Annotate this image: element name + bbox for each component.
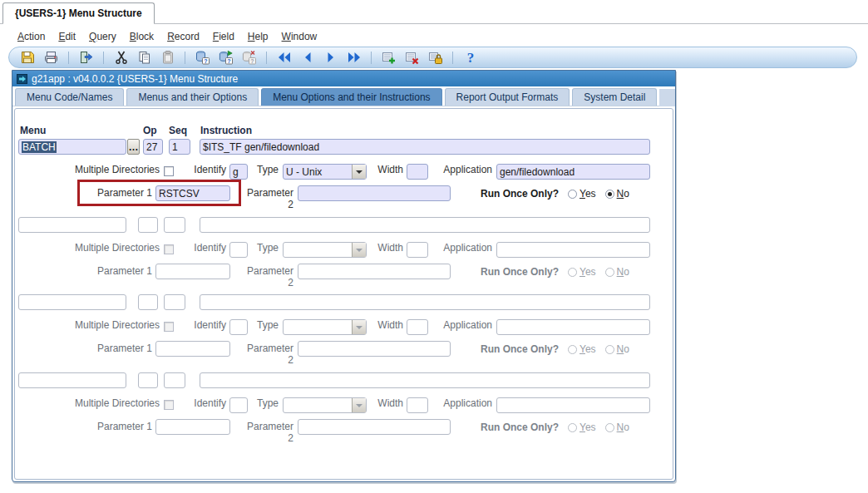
multiple-directories-checkbox[interactable] [164, 166, 174, 176]
menu-window[interactable]: Window [282, 31, 318, 42]
help-icon[interactable]: ? [461, 50, 479, 65]
application-field[interactable] [496, 319, 650, 335]
window-menu-icon[interactable] [17, 74, 27, 84]
tab-system-detail[interactable]: System Detail [572, 88, 657, 106]
instruction-field[interactable] [200, 294, 650, 310]
width-label: Width [374, 319, 403, 331]
instruction-field[interactable] [200, 372, 650, 388]
run-once-yes-radio[interactable]: Yes [568, 266, 596, 278]
insert-record-icon[interactable] [380, 50, 397, 65]
parameter1-field[interactable] [155, 419, 230, 435]
menu-record[interactable]: Record [167, 31, 200, 42]
multiple-directories-label: Multiple Directories [0, 164, 160, 175]
run-once-yes-radio[interactable]: Yes [568, 422, 596, 433]
parameter2-field[interactable] [298, 419, 451, 435]
toolbar-separator [452, 52, 453, 64]
multiple-directories-checkbox[interactable] [164, 322, 174, 332]
type-dropdown[interactable] [283, 397, 367, 413]
menu-field[interactable]: Field [213, 31, 234, 42]
menu-edit[interactable]: Edit [58, 31, 76, 42]
run-once-yes-radio[interactable]: Yes [568, 188, 596, 200]
type-dropdown[interactable] [283, 319, 367, 335]
run-once-no-radio[interactable]: No [605, 266, 629, 278]
run-once-no-radio[interactable]: No [605, 422, 629, 433]
cancel-query-icon[interactable]: ? [240, 50, 258, 65]
width-field[interactable] [407, 319, 428, 335]
multiple-directories-checkbox[interactable] [164, 400, 174, 410]
type-dropdown-button[interactable] [352, 398, 366, 412]
parameter2-field[interactable] [298, 341, 451, 357]
run-once-no-radio[interactable]: No [605, 343, 629, 355]
type-dropdown-button[interactable] [352, 165, 366, 179]
application-root: {USERS-1} Menu Structure Action Edit Que… [0, 0, 868, 493]
lock-record-icon[interactable] [427, 50, 444, 65]
seq-field[interactable] [164, 217, 185, 233]
record-3: Multiple Directories Identify Type Width… [0, 294, 676, 374]
seq-field[interactable] [164, 294, 185, 310]
execute-query-icon[interactable]: ? [217, 50, 234, 65]
radio-icon [568, 268, 577, 277]
parameter2-field[interactable] [298, 264, 451, 279]
width-field[interactable] [407, 397, 428, 413]
tab-report-output-formats[interactable]: Report Output Formats [445, 88, 570, 106]
tab-menus-and-their-options[interactable]: Menus and their Options [126, 88, 259, 106]
width-field[interactable] [407, 164, 428, 180]
parameter1-field[interactable] [155, 341, 230, 357]
type-dropdown-button[interactable] [352, 243, 366, 257]
menu-query[interactable]: Query [89, 31, 116, 42]
copy-icon[interactable] [136, 50, 153, 65]
type-dropdown[interactable]: U - Unix [283, 164, 367, 180]
page-tab[interactable]: {USERS-1} Menu Structure [2, 2, 155, 24]
menu-field[interactable]: BATCH [18, 139, 126, 155]
parameter1-field[interactable]: RSTCSV [155, 185, 230, 201]
cut-icon[interactable] [112, 50, 130, 65]
identify-label: Identify [175, 397, 226, 409]
parameter1-field[interactable] [155, 264, 230, 279]
menu-field[interactable] [18, 217, 126, 233]
multiple-directories-checkbox[interactable] [164, 244, 174, 254]
width-label: Width [374, 164, 403, 175]
instruction-field[interactable] [200, 217, 650, 233]
first-record-icon[interactable] [275, 50, 293, 65]
exit-icon[interactable] [77, 50, 95, 65]
identify-field[interactable] [229, 319, 248, 335]
type-dropdown-button[interactable] [352, 320, 366, 334]
next-record-icon[interactable] [322, 50, 339, 65]
application-field[interactable] [496, 397, 650, 413]
identify-field[interactable]: g [229, 164, 248, 180]
type-dropdown[interactable] [283, 242, 367, 258]
previous-record-icon[interactable] [298, 50, 316, 65]
enter-query-icon[interactable]: ? [194, 50, 211, 65]
width-field[interactable] [407, 242, 428, 258]
menu-lov-button[interactable]: … [127, 139, 140, 155]
seq-field[interactable]: 1 [169, 139, 190, 155]
remove-record-icon[interactable] [403, 50, 421, 65]
identify-field[interactable] [229, 242, 248, 258]
tab-menu-code-names[interactable]: Menu Code/Names [15, 88, 124, 106]
save-icon[interactable] [19, 50, 37, 65]
op-field[interactable]: 27 [143, 139, 163, 155]
identify-label: Identify [175, 164, 226, 175]
op-field[interactable] [138, 294, 158, 310]
application-field[interactable]: gen/filedownload [496, 164, 650, 180]
print-icon[interactable] [42, 50, 60, 65]
menu-action[interactable]: Action [17, 31, 45, 42]
instruction-field[interactable]: $ITS_TF gen/filedownload [200, 139, 650, 155]
run-once-yes-radio[interactable]: Yes [568, 343, 596, 355]
menu-column-header: Menu [20, 125, 46, 136]
identify-field[interactable] [229, 397, 248, 413]
menu-field[interactable] [18, 372, 126, 388]
tab-menu-options-and-their-instructions[interactable]: Menu Options and their Instructions [261, 88, 441, 106]
op-field[interactable] [138, 217, 158, 233]
parameter2-field[interactable] [298, 185, 451, 201]
application-field[interactable] [496, 242, 650, 258]
menu-block[interactable]: Block [130, 31, 154, 42]
paste-icon[interactable] [159, 50, 176, 65]
seq-field[interactable] [164, 372, 185, 388]
menu-field[interactable] [18, 294, 126, 310]
op-field[interactable] [138, 372, 158, 388]
window-titlebar[interactable]: g21app : v04.0.0.2 {USERS-1} Menu Struct… [12, 71, 675, 86]
run-once-no-radio[interactable]: No [605, 188, 629, 200]
menu-help[interactable]: Help [248, 31, 269, 42]
last-record-icon[interactable] [345, 50, 362, 65]
